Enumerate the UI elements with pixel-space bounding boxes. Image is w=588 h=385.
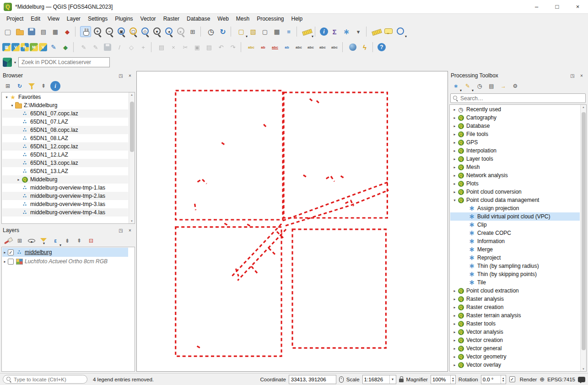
- toolbox-item[interactable]: Merge: [450, 245, 580, 254]
- menu-processing[interactable]: Processing: [253, 14, 287, 23]
- toolbox-item[interactable]: ▸ Interpolation: [450, 146, 580, 155]
- expander-icon[interactable]: ▾: [10, 103, 15, 108]
- remove-layer[interactable]: ⊟: [86, 236, 96, 246]
- open-project[interactable]: [14, 26, 25, 37]
- browser-item[interactable]: middelburg-overview-tmp-4.las: [2, 208, 128, 217]
- toolbox-item[interactable]: ▸ Vector geometry: [450, 352, 580, 361]
- toolbox-item[interactable]: ▸ Vector overlay: [450, 361, 580, 369]
- copy-features[interactable]: ▣: [192, 42, 203, 53]
- toolbox-item[interactable]: Tile: [450, 278, 580, 287]
- rotate-label[interactable]: abc: [317, 42, 328, 53]
- models[interactable]: ∗: [451, 81, 461, 91]
- expander-icon[interactable]: ▸: [452, 347, 457, 351]
- browser-item[interactable]: 65DN1_12.LAZ: [2, 151, 128, 159]
- expander-icon[interactable]: ▸: [452, 330, 457, 334]
- menu-view[interactable]: View: [44, 14, 63, 23]
- pan-map[interactable]: [80, 26, 91, 37]
- locate-input[interactable]: [14, 377, 84, 382]
- refresh-browser[interactable]: ↻: [15, 81, 25, 91]
- map-tips[interactable]: [383, 26, 394, 37]
- browser-item[interactable]: 65DN1_07.copc.laz: [2, 109, 128, 118]
- scale-input[interactable]: [363, 377, 389, 382]
- menu-plugins[interactable]: Plugins: [111, 14, 136, 23]
- toolbox-item[interactable]: Create COPC: [450, 229, 580, 237]
- map-canvas[interactable]: [136, 71, 448, 372]
- menu-settings[interactable]: Settings: [84, 14, 111, 23]
- layer-labeling-options[interactable]: abc: [246, 42, 257, 53]
- expander-icon[interactable]: ▸: [452, 141, 457, 145]
- scrollbar-thumb[interactable]: [582, 112, 586, 350]
- change-label-properties[interactable]: abc: [329, 42, 340, 53]
- close-panel-icon[interactable]: ×: [126, 227, 134, 234]
- chevron-down-icon[interactable]: ▾: [389, 375, 396, 384]
- identify-features[interactable]: i: [320, 27, 328, 36]
- delete-selected[interactable]: ×: [168, 42, 179, 53]
- toolbox-item[interactable]: ▸ Raster analysis: [450, 295, 580, 303]
- style-manager[interactable]: ◆: [62, 26, 73, 37]
- filter-by-expression[interactable]: ε: [50, 236, 60, 246]
- toolbox-search-input[interactable]: [460, 95, 583, 102]
- new-3d-map-view[interactable]: ⊞: [187, 26, 198, 37]
- expander-icon[interactable]: ▸: [452, 190, 457, 194]
- new-geopackage-layer[interactable]: ◆: [60, 42, 71, 53]
- menu-vector[interactable]: Vector: [137, 14, 160, 23]
- close-panel-icon[interactable]: ×: [126, 72, 134, 79]
- scrollbar-thumb[interactable]: [130, 102, 134, 152]
- results-viewer[interactable]: ▤: [486, 81, 496, 91]
- open-attribute-table[interactable]: ▦: [271, 26, 282, 37]
- expander-icon[interactable]: ▾: [4, 95, 9, 99]
- menu-web[interactable]: Web: [214, 14, 232, 23]
- refresh-map[interactable]: ↻: [217, 26, 228, 37]
- new-shapefile-layer[interactable]: ✎: [48, 42, 59, 53]
- add-delimited-text-layer[interactable]: V: [39, 43, 47, 51]
- expander-icon[interactable]: ▸: [452, 182, 457, 186]
- open-layer-styling[interactable]: [3, 236, 13, 246]
- show-hide-labels[interactable]: abc: [293, 42, 304, 53]
- menu-raster[interactable]: Raster: [160, 14, 183, 23]
- expander-icon[interactable]: ▸: [452, 108, 457, 112]
- history[interactable]: ◷: [475, 81, 485, 91]
- expander-icon[interactable]: ▸: [452, 165, 457, 169]
- add-feature[interactable]: ◇: [126, 42, 137, 53]
- browser-item[interactable]: 65DN1_13.copc.laz: [2, 159, 128, 167]
- layout-manager[interactable]: ▦: [50, 26, 61, 37]
- expander-icon[interactable]: ▸: [452, 132, 457, 136]
- highlight-pinned-labels[interactable]: abc: [270, 42, 281, 53]
- zoom-in[interactable]: +: [92, 26, 103, 37]
- browser-item[interactable]: 65DN1_13.LAZ: [2, 167, 128, 175]
- messages-icon[interactable]: [578, 377, 585, 382]
- toolbox-scrollbar[interactable]: [580, 105, 586, 371]
- options[interactable]: ⚙: [510, 81, 520, 91]
- maximize-button[interactable]: □: [547, 0, 567, 13]
- expander-icon[interactable]: ▸: [16, 178, 21, 182]
- pdok-logo-icon[interactable]: [3, 58, 12, 67]
- deselect-all[interactable]: ▢: [259, 26, 270, 37]
- float-panel-icon[interactable]: ◳: [117, 72, 124, 79]
- toolbox-item[interactable]: ▸ Point cloud conversion: [450, 188, 580, 196]
- pdok-geocoder[interactable]: ϟ: [359, 42, 370, 53]
- close-button[interactable]: ×: [567, 0, 588, 13]
- toolbox-item[interactable]: ▸ Raster tools: [450, 320, 580, 328]
- add-selected-layers[interactable]: ⊞: [3, 81, 13, 91]
- zoom-full-extent[interactable]: ▣: [116, 26, 127, 37]
- measure[interactable]: [302, 26, 313, 37]
- measure-line[interactable]: [371, 26, 382, 37]
- browser-item[interactable]: middelburg-overview-tmp-3.las: [2, 200, 128, 208]
- menu-database[interactable]: Database: [183, 14, 214, 23]
- zoom-to-selection[interactable]: ▢: [128, 26, 139, 37]
- collapse-all-layers[interactable]: ⇞: [74, 236, 84, 246]
- menu-edit[interactable]: Edit: [27, 14, 44, 23]
- float-panel-icon[interactable]: ◳: [569, 72, 576, 79]
- vertex-tool[interactable]: +: [138, 42, 149, 53]
- toggle-editing[interactable]: ✎: [90, 42, 101, 53]
- locate-box[interactable]: [3, 375, 87, 384]
- browser-item[interactable]: ▾ Favorites: [2, 93, 128, 101]
- toolbox-item[interactable]: ▸ Recently used: [450, 105, 580, 114]
- toolbox-item[interactable]: ▸ Layer tools: [450, 155, 580, 163]
- manage-map-themes[interactable]: [27, 236, 37, 246]
- coordinate-input[interactable]: [289, 375, 336, 384]
- open-data-source-manager[interactable]: ▦: [2, 43, 11, 51]
- processing-toolbox-toggle[interactable]: ∗: [341, 26, 352, 37]
- toolbox-item[interactable]: Build virtual point cloud (VPC): [450, 212, 580, 221]
- pdok-search-input[interactable]: [18, 57, 110, 67]
